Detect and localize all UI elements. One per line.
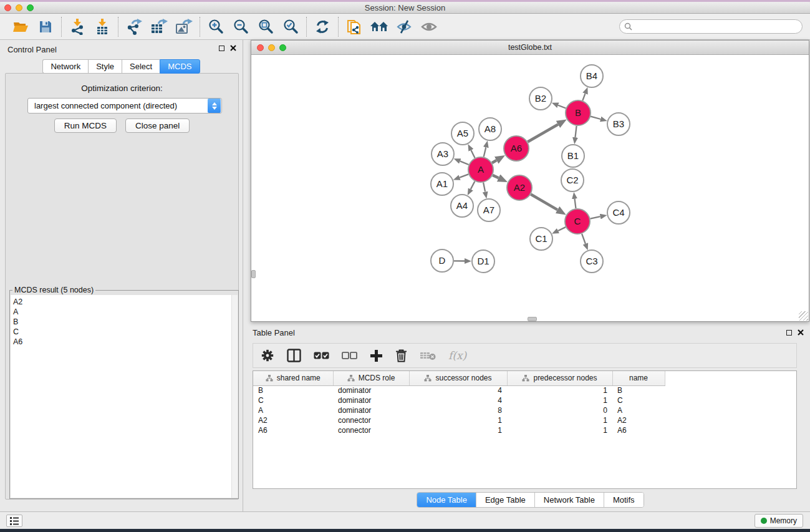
graph-edge-C-C2[interactable] (575, 199, 576, 208)
table-cell[interactable]: dominator (333, 395, 409, 405)
tab-motifs[interactable]: Motifs (604, 493, 644, 507)
table-cell[interactable]: A2 (253, 415, 333, 425)
minimize-window-button[interactable] (16, 4, 22, 11)
table-cell[interactable]: 0 (507, 405, 612, 415)
table-cell[interactable]: B (253, 385, 333, 395)
tab-network[interactable]: Network (42, 59, 88, 74)
table-cell[interactable]: B (612, 385, 665, 395)
table-cell[interactable]: A (253, 405, 333, 415)
tab-node-table[interactable]: Node Table (417, 493, 476, 507)
mcds-result-item[interactable]: A6 (13, 337, 231, 347)
show-graphics-details-button[interactable] (420, 17, 438, 36)
table-cell[interactable]: 1 (507, 385, 612, 395)
delete-table-button[interactable] (420, 351, 436, 360)
horizontal-scrollbar-thumb[interactable] (528, 317, 537, 321)
mcds-result-item[interactable]: C (13, 327, 231, 337)
table-cell[interactable]: 1 (409, 425, 507, 435)
close-window-button[interactable] (4, 4, 11, 11)
table-settings-button[interactable] (261, 349, 274, 362)
graph-node-B[interactable]: B (566, 100, 591, 125)
graph-node-A7[interactable]: A7 (478, 199, 500, 221)
run-mcds-button[interactable]: Run MCDS (54, 118, 117, 133)
graph-edge-A-A7[interactable] (483, 183, 485, 192)
close-panel-button[interactable]: Close panel (125, 118, 190, 133)
graph-edge-A-A3[interactable] (460, 161, 469, 165)
graph-node-B3[interactable]: B3 (607, 113, 630, 135)
graph-node-A1[interactable]: A1 (431, 173, 453, 195)
table-cell[interactable]: dominator (333, 405, 409, 415)
select-all-button[interactable] (314, 352, 329, 359)
graph-edge-A-A2[interactable] (493, 175, 499, 178)
graph-node-C[interactable]: C (565, 209, 590, 234)
graph-edge-B-B4[interactable] (582, 94, 585, 100)
export-table-button[interactable] (150, 17, 168, 36)
float-table-panel-icon[interactable] (786, 330, 792, 336)
graph-edge-B-B1[interactable] (576, 126, 577, 137)
table-cell[interactable]: C (612, 395, 665, 405)
mcds-result-item[interactable]: A2 (13, 297, 231, 307)
network-zoom-button[interactable] (279, 44, 286, 51)
graph-node-D[interactable]: D (431, 249, 453, 272)
graph-node-B2[interactable]: B2 (529, 87, 552, 110)
zoom-window-button[interactable] (27, 4, 34, 11)
refresh-layout-button[interactable] (313, 17, 332, 36)
column-layout-button[interactable] (287, 349, 301, 362)
table-cell[interactable]: C (253, 395, 333, 405)
graph-edge-A-A1[interactable] (460, 174, 468, 177)
close-panel-icon[interactable] (230, 45, 236, 51)
graph-node-A[interactable]: A (468, 157, 493, 182)
network-documents-button[interactable] (345, 17, 364, 36)
graph-edge-A-A4[interactable] (471, 181, 475, 190)
task-history-button[interactable] (6, 515, 22, 527)
table-cell[interactable]: 4 (409, 385, 507, 395)
mcds-result-item[interactable]: A (13, 307, 231, 317)
graph-node-A3[interactable]: A3 (432, 143, 454, 165)
column-header-MCDS-role[interactable]: MCDS role (333, 371, 409, 385)
network-canvas[interactable]: AA1A2A3A4A5A6A7A8BB1B2B3B4CC1C2C3C4DD1 (251, 55, 809, 321)
table-cell[interactable]: 1 (409, 415, 507, 425)
table-cell[interactable]: A6 (612, 425, 665, 435)
zoom-in-button[interactable] (206, 17, 225, 36)
criterion-dropdown[interactable]: largest connected component (directed) (27, 98, 222, 114)
delete-column-button[interactable] (395, 349, 407, 362)
graph-node-A5[interactable]: A5 (451, 122, 474, 145)
deselect-all-button[interactable] (342, 352, 357, 359)
table-cell[interactable]: dominator (333, 385, 409, 395)
table-row[interactable]: Cdominator41C (253, 395, 665, 405)
tab-select[interactable]: Select (122, 59, 160, 74)
graph-edge-C-C4[interactable] (591, 216, 600, 218)
float-panel-icon[interactable] (219, 46, 224, 51)
graph-edge-B-B2[interactable] (558, 105, 566, 109)
import-network-button[interactable] (68, 17, 87, 36)
graph-node-A2[interactable]: A2 (507, 175, 532, 200)
table-cell[interactable]: A2 (612, 415, 665, 425)
column-header-name[interactable]: name (612, 371, 665, 385)
graph-edge-A2-C[interactable] (531, 195, 557, 210)
zoom-out-button[interactable] (231, 17, 250, 36)
result-list-scrollbar[interactable] (231, 295, 238, 498)
table-row[interactable]: Bdominator41B (253, 385, 665, 395)
tab-edge-table[interactable]: Edge Table (476, 493, 535, 507)
graph-node-C1[interactable]: C1 (530, 228, 552, 250)
table-cell[interactable]: 1 (507, 415, 612, 425)
table-cell[interactable]: connector (333, 425, 409, 435)
table-cell[interactable]: 1 (507, 425, 612, 435)
tab-style[interactable]: Style (88, 59, 122, 74)
graph-edge-A-A6[interactable] (492, 160, 496, 163)
mcds-result-item[interactable]: B (13, 317, 231, 327)
network-minimize-button[interactable] (268, 44, 275, 51)
graph-node-C2[interactable]: C2 (561, 169, 584, 191)
graph-node-D1[interactable]: D1 (472, 250, 494, 273)
zoom-selected-button[interactable] (281, 17, 300, 36)
open-session-button[interactable] (11, 17, 30, 36)
search-input[interactable] (619, 19, 803, 34)
column-header-shared-name[interactable]: shared name (253, 371, 333, 385)
graph-node-A8[interactable]: A8 (479, 118, 501, 140)
graph-node-B1[interactable]: B1 (562, 145, 584, 167)
table-row[interactable]: Adominator80A (253, 405, 665, 415)
graph-edge-A-A5[interactable] (471, 150, 475, 158)
graph-edge-A6-B[interactable] (528, 125, 558, 142)
import-table-button[interactable] (93, 17, 112, 36)
graph-node-C3[interactable]: C3 (581, 250, 603, 273)
table-row[interactable]: A6connector11A6 (253, 425, 665, 435)
